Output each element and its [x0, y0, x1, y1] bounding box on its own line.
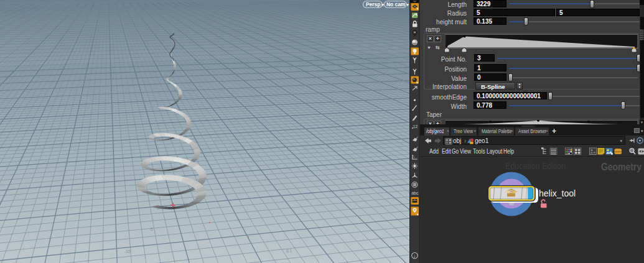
svg-text:0.1: 0.1 — [286, 249, 292, 253]
svg-text:i: i — [414, 254, 415, 259]
svg-text:abc: abc — [411, 191, 419, 195]
svg-text:No cam ▾: No cam ▾ — [386, 1, 409, 7]
svg-text:Persp ▾: Persp ▾ — [366, 1, 385, 7]
svg-text:-10: -10 — [124, 249, 131, 254]
svg-text:-5: -5 — [149, 227, 153, 231]
